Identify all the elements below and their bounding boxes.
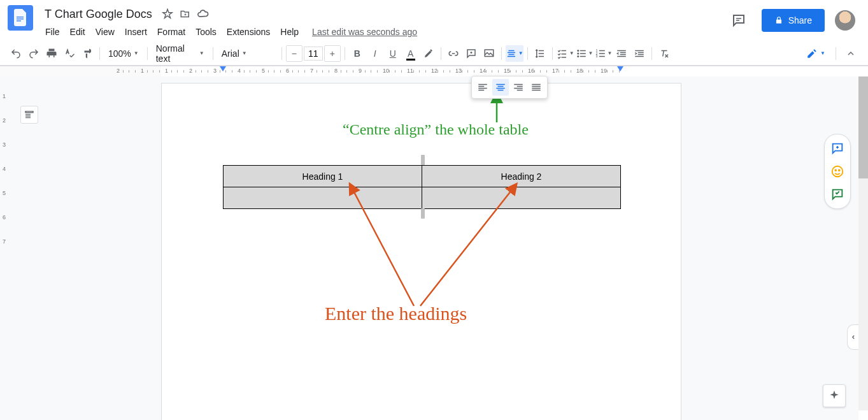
docs-logo[interactable] xyxy=(8,5,33,31)
svg-point-6 xyxy=(577,55,579,57)
outline-toggle-icon[interactable] xyxy=(20,106,38,124)
separator xyxy=(651,47,652,60)
editing-mode-dropdown[interactable]: ▼ xyxy=(801,45,830,62)
italic-icon[interactable]: I xyxy=(367,45,383,62)
svg-rect-13 xyxy=(599,50,604,51)
table-cell-heading1[interactable]: Heading 1 xyxy=(224,166,422,187)
decrease-font-icon[interactable]: − xyxy=(286,45,302,62)
star-icon[interactable] xyxy=(161,8,174,20)
separator xyxy=(836,47,836,60)
table-cell[interactable] xyxy=(224,187,422,209)
comment-history-icon[interactable] xyxy=(726,8,751,33)
svg-rect-9 xyxy=(580,55,585,57)
menu-edit[interactable]: Edit xyxy=(66,24,90,40)
title-area: T Chart Google Docs File Edit View Inser… xyxy=(41,5,726,40)
undo-icon[interactable] xyxy=(8,45,24,62)
align-justify-icon[interactable] xyxy=(528,79,544,96)
horizontal-ruler[interactable]: 2112345678910111213141516171819 xyxy=(0,66,868,76)
separator xyxy=(213,47,213,60)
menu-view[interactable]: View xyxy=(91,24,119,40)
paragraph-style-dropdown[interactable]: Normal text▼ xyxy=(152,45,209,62)
svg-point-19 xyxy=(839,170,840,171)
font-dropdown[interactable]: Arial▼ xyxy=(217,45,278,62)
column-handle-icon[interactable] xyxy=(421,155,425,165)
table-row[interactable] xyxy=(224,187,621,209)
separator xyxy=(345,47,345,60)
svg-rect-1 xyxy=(17,18,24,20)
text-color-icon[interactable]: A xyxy=(402,45,419,62)
decrease-indent-icon[interactable] xyxy=(613,45,630,62)
redo-icon[interactable] xyxy=(25,45,42,62)
checklist-icon[interactable]: ▼ xyxy=(557,45,574,62)
zoom-dropdown[interactable]: 100%▼ xyxy=(104,45,143,62)
menu-tools[interactable]: Tools xyxy=(191,24,221,40)
svg-point-18 xyxy=(835,170,836,171)
share-button[interactable]: Share xyxy=(762,9,825,32)
spellcheck-icon[interactable] xyxy=(61,45,78,62)
toolbar: 100%▼ Normal text▼ Arial▼ − + B I U A ▼ … xyxy=(0,41,868,66)
svg-rect-16 xyxy=(25,112,33,113)
separator xyxy=(441,47,441,60)
move-icon[interactable] xyxy=(179,8,192,20)
document-title[interactable]: T Chart Google Docs xyxy=(41,6,156,22)
add-comment-side-icon[interactable] xyxy=(827,138,848,159)
menu-file[interactable]: File xyxy=(41,24,64,40)
hide-menus-icon[interactable] xyxy=(841,44,860,63)
print-icon[interactable] xyxy=(43,45,60,62)
align-dropdown[interactable]: ▼ xyxy=(506,45,523,62)
svg-rect-15 xyxy=(599,55,604,57)
bulleted-list-icon[interactable]: ▼ xyxy=(576,45,594,62)
suggest-edit-icon[interactable] xyxy=(827,184,848,205)
document-table[interactable]: Heading 1 Heading 2 xyxy=(223,165,621,209)
add-comment-icon[interactable] xyxy=(463,45,480,62)
paint-format-icon[interactable] xyxy=(79,45,96,62)
svg-rect-14 xyxy=(599,53,604,54)
table-row[interactable]: Heading 1 Heading 2 xyxy=(224,166,621,187)
svg-rect-2 xyxy=(17,20,21,22)
line-spacing-icon[interactable] xyxy=(532,45,548,62)
menu-help[interactable]: Help xyxy=(276,24,303,40)
clear-formatting-icon[interactable] xyxy=(656,45,672,62)
menu-insert[interactable]: Insert xyxy=(120,24,152,40)
svg-rect-7 xyxy=(580,50,585,51)
insert-image-icon[interactable] xyxy=(481,45,497,62)
vertical-ruler[interactable]: 211234567 xyxy=(0,83,10,420)
cloud-icon[interactable] xyxy=(197,8,210,20)
menu-format[interactable]: Format xyxy=(153,24,190,40)
explore-button[interactable] xyxy=(823,384,846,407)
underline-icon[interactable]: U xyxy=(385,45,401,62)
increase-indent-icon[interactable] xyxy=(631,45,648,62)
separator xyxy=(552,47,553,60)
header-bar: T Chart Google Docs File Edit View Inser… xyxy=(0,0,868,41)
table-cell-heading2[interactable]: Heading 2 xyxy=(422,166,621,187)
document-page[interactable]: Heading 1 Heading 2 xyxy=(161,83,681,420)
align-popup xyxy=(471,76,548,99)
side-panel-expand-icon[interactable] xyxy=(847,324,858,350)
emoji-reaction-icon[interactable] xyxy=(827,161,848,182)
font-size-input[interactable] xyxy=(304,47,323,61)
share-label: Share xyxy=(788,15,812,25)
vertical-scrollbar[interactable] xyxy=(858,76,868,410)
table-cell[interactable] xyxy=(422,187,621,209)
separator xyxy=(281,47,282,60)
scrollbar-thumb[interactable] xyxy=(858,76,868,178)
last-edit-link[interactable]: Last edit was seconds ago xyxy=(312,27,417,37)
separator xyxy=(99,47,100,60)
document-canvas[interactable]: 211234567 Heading 1 Heading 2 xyxy=(0,76,858,420)
numbered-list-icon[interactable]: 123▼ xyxy=(595,45,613,62)
align-right-icon[interactable] xyxy=(510,79,527,96)
svg-point-17 xyxy=(832,166,843,177)
menubar: File Edit View Insert Format Tools Exten… xyxy=(41,24,726,40)
svg-text:3: 3 xyxy=(595,54,597,58)
align-center-icon[interactable] xyxy=(492,79,509,96)
insert-link-icon[interactable] xyxy=(445,45,462,62)
highlight-icon[interactable] xyxy=(420,45,437,62)
separator xyxy=(501,47,502,60)
align-left-icon[interactable] xyxy=(474,79,491,96)
column-handle-icon[interactable] xyxy=(421,208,425,219)
increase-font-icon[interactable]: + xyxy=(324,45,341,62)
bold-icon[interactable]: B xyxy=(349,45,366,62)
svg-point-5 xyxy=(577,52,579,54)
menu-extensions[interactable]: Extensions xyxy=(222,24,274,40)
avatar[interactable] xyxy=(835,10,855,31)
